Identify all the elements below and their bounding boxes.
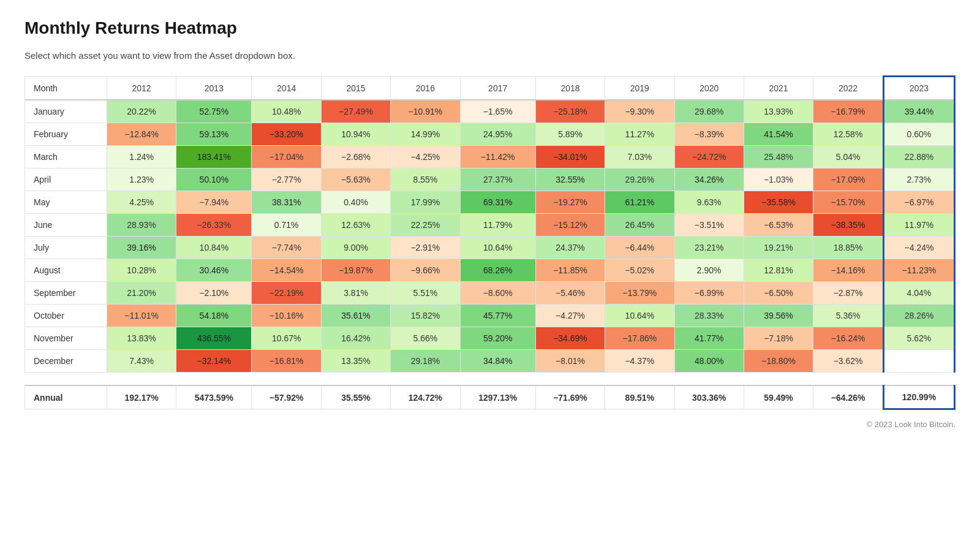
table-row: October−11.01%54.18%−10.16%35.61%15.82%4… [25, 305, 955, 327]
cell-october-2014: −10.16% [252, 305, 321, 327]
cell-july-2020: 23.21% [674, 237, 744, 259]
cell-june-2013: −26.33% [176, 214, 252, 237]
cell-month-may: May [25, 191, 107, 214]
annual-2023: 120.99% [883, 385, 954, 409]
table-row: July39.16%10.84%−7.74%9.00%−2.91%10.64%2… [25, 237, 955, 259]
cell-november-2015: 16.42% [321, 327, 390, 350]
cell-january-2012: 20.22% [107, 100, 176, 123]
cell-june-2018: −15.12% [535, 214, 605, 237]
cell-january-2019: −9.30% [605, 100, 674, 123]
cell-may-2012: 4.25% [107, 191, 176, 214]
cell-march-2013: 183.41% [176, 146, 252, 169]
cell-may-2014: 38.31% [252, 191, 321, 214]
cell-january-2021: 13.93% [744, 100, 813, 123]
header-year-2017: 2017 [460, 77, 535, 100]
cell-december-2015: 13.35% [321, 350, 390, 373]
annual-2016: 124.72% [391, 385, 460, 409]
cell-october-2021: 39.56% [744, 305, 813, 327]
cell-month-july: July [25, 237, 107, 259]
cell-october-2018: −4.27% [535, 305, 605, 327]
cell-november-2022: −16.24% [813, 327, 884, 350]
table-header: Month20122013201420152016201720182019202… [25, 77, 955, 100]
cell-february-2013: 59.13% [176, 123, 252, 146]
cell-november-2014: 10.67% [252, 327, 321, 350]
cell-august-2013: 30.46% [176, 259, 252, 282]
annual-label: Annual [25, 385, 107, 409]
cell-june-2015: 12.63% [321, 214, 390, 237]
cell-january-2017: −1.65% [460, 100, 535, 123]
cell-july-2023: −4.24% [883, 237, 954, 259]
cell-march-2019: 7.03% [605, 146, 674, 169]
header-year-2015: 2015 [321, 77, 390, 100]
cell-september-2015: 3.81% [321, 282, 390, 305]
cell-may-2018: −19.27% [535, 191, 605, 214]
cell-december-2012: 7.43% [107, 350, 176, 373]
cell-november-2016: 5.66% [391, 327, 460, 350]
cell-february-2022: 12.58% [813, 123, 884, 146]
cell-august-2020: 2.90% [674, 259, 744, 282]
header-year-2013: 2013 [176, 77, 252, 100]
cell-may-2017: 69.31% [460, 191, 535, 214]
cell-november-2018: −34.69% [535, 327, 605, 350]
annual-2014: −57.92% [252, 385, 321, 409]
cell-october-2023: 28.26% [883, 305, 954, 327]
header-year-2014: 2014 [252, 77, 321, 100]
cell-march-2015: −2.68% [321, 146, 390, 169]
cell-september-2022: −2.87% [813, 282, 884, 305]
annual-2018: −71.69% [535, 385, 605, 409]
cell-month-june: June [25, 214, 107, 237]
cell-september-2020: −6.99% [674, 282, 744, 305]
cell-september-2014: −22.19% [252, 282, 321, 305]
annual-row: Annual192.17%5473.59%−57.92%35.55%124.72… [25, 385, 955, 409]
heatmap-table: Month20122013201420152016201720182019202… [24, 75, 956, 410]
cell-month-november: November [25, 327, 107, 350]
header-year-2016: 2016 [391, 77, 460, 100]
cell-july-2012: 39.16% [107, 237, 176, 259]
cell-november-2020: 41.77% [674, 327, 744, 350]
cell-september-2013: −2.10% [176, 282, 252, 305]
cell-june-2021: −6.53% [744, 214, 813, 237]
cell-november-2019: −17.86% [605, 327, 674, 350]
footer-text: © 2023 Look Into Bitcoin. [24, 420, 956, 429]
cell-march-2012: 1.24% [107, 146, 176, 169]
cell-january-2014: 10.48% [252, 100, 321, 123]
cell-may-2023: −6.97% [883, 191, 954, 214]
cell-june-2019: 26.45% [605, 214, 674, 237]
cell-month-april: April [25, 169, 107, 191]
cell-december-2016: 29.18% [391, 350, 460, 373]
cell-april-2014: −2.77% [252, 169, 321, 191]
cell-december-2018: −8.01% [535, 350, 605, 373]
cell-august-2022: −14.16% [813, 259, 884, 282]
header-year-2012: 2012 [107, 77, 176, 100]
cell-march-2023: 22.88% [883, 146, 954, 169]
table-row: April1.23%50.10%−2.77%−5.63%8.55%27.37%3… [25, 169, 955, 191]
cell-march-2016: −4.25% [391, 146, 460, 169]
header-year-2022: 2022 [813, 77, 884, 100]
cell-december-2017: 34.84% [460, 350, 535, 373]
cell-april-2015: −5.63% [321, 169, 390, 191]
cell-march-2022: 5.04% [813, 146, 884, 169]
table-row: June28.93%−26.33%0.71%12.63%22.25%11.79%… [25, 214, 955, 237]
cell-month-august: August [25, 259, 107, 282]
annual-2022: −64.26% [813, 385, 884, 409]
table-row: February−12.84%59.13%−33.20%10.94%14.99%… [25, 123, 955, 146]
cell-june-2022: −38.35% [813, 214, 884, 237]
cell-may-2022: −15.70% [813, 191, 884, 214]
cell-april-2013: 50.10% [176, 169, 252, 191]
cell-february-2021: 41.54% [744, 123, 813, 146]
cell-march-2020: −24.72% [674, 146, 744, 169]
cell-november-2023: 5.62% [883, 327, 954, 350]
annual-2017: 1297.13% [460, 385, 535, 409]
cell-january-2018: −25.18% [535, 100, 605, 123]
table-row: December7.43%−32.14%−16.81%13.35%29.18%3… [25, 350, 955, 373]
cell-april-2016: 8.55% [391, 169, 460, 191]
cell-august-2023: −11.23% [883, 259, 954, 282]
cell-june-2014: 0.71% [252, 214, 321, 237]
cell-december-2023 [883, 350, 954, 373]
cell-october-2017: 45.77% [460, 305, 535, 327]
cell-september-2019: −13.79% [605, 282, 674, 305]
header-year-2021: 2021 [744, 77, 813, 100]
cell-february-2015: 10.94% [321, 123, 390, 146]
table-row: September21.20%−2.10%−22.19%3.81%5.51%−8… [25, 282, 955, 305]
cell-january-2020: 29.68% [674, 100, 744, 123]
